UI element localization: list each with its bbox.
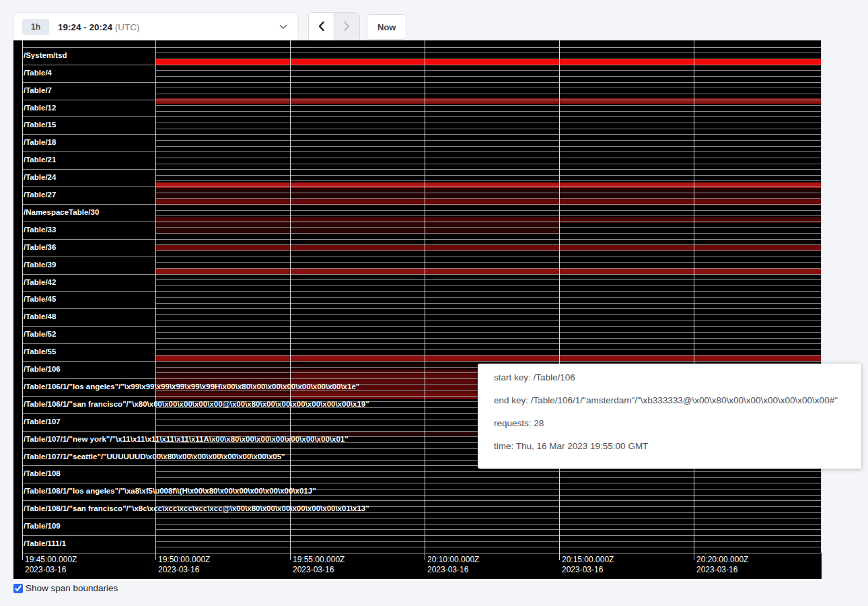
row-label: /NamespaceTable/30 bbox=[24, 206, 99, 218]
span-boundary-line bbox=[155, 215, 821, 216]
x-tick-time: 19:50:00.000Z bbox=[158, 555, 210, 564]
row-label: /Table/107/1/"new york"/"\x11\x11\x11\x1… bbox=[24, 433, 349, 445]
row-label: /System/tsd bbox=[24, 49, 67, 61]
now-button[interactable]: Now bbox=[367, 14, 406, 40]
prev-time-button[interactable] bbox=[309, 13, 334, 41]
row-label: /Table/39 bbox=[24, 259, 56, 271]
x-tick-date: 2023-03-16 bbox=[696, 565, 737, 574]
show-span-boundaries-label: Show span boundaries bbox=[26, 583, 118, 593]
row-label: /Table/21 bbox=[24, 154, 56, 166]
span-boundary-line bbox=[155, 193, 821, 193]
key-visualizer-page: 1h 19:24 - 20:24 (UTC) Now /System/tsd/T… bbox=[0, 0, 868, 606]
span-boundary-line bbox=[155, 279, 821, 280]
span-boundary-line bbox=[155, 76, 821, 77]
row-label: /Table/36 bbox=[24, 241, 56, 253]
span-boundary-line bbox=[155, 471, 821, 472]
span-boundary-line bbox=[155, 314, 821, 315]
row-label: /Table/106 bbox=[24, 363, 61, 375]
span-boundary-line bbox=[155, 123, 821, 123]
time-range-label: 19:24 - 20:24 (UTC) bbox=[58, 22, 140, 32]
x-tick-date: 2023-03-16 bbox=[293, 565, 334, 574]
span-boundary-line bbox=[155, 250, 821, 251]
show-span-boundaries-checkbox[interactable] bbox=[13, 584, 23, 593]
x-tick-time: 20:20:00.000Z bbox=[696, 555, 748, 564]
time-range-dropdown[interactable]: 1h 19:24 - 20:24 (UTC) bbox=[13, 12, 299, 42]
span-boundary-line bbox=[155, 140, 821, 141]
row-label: /Table/108 bbox=[24, 467, 61, 479]
span-boundary-line bbox=[155, 88, 821, 88]
span-boundary-line bbox=[155, 227, 821, 228]
span-boundary-line bbox=[155, 297, 821, 298]
x-tick-time: 19:55:00.000Z bbox=[293, 555, 345, 564]
time-nav-group bbox=[308, 12, 360, 42]
span-boundary-line bbox=[22, 100, 821, 100]
span-boundary-line bbox=[22, 483, 821, 483]
timezone-label: (UTC) bbox=[115, 22, 140, 32]
time-gridline bbox=[22, 40, 23, 560]
span-boundary-line bbox=[155, 94, 821, 94]
span-boundary-line bbox=[22, 274, 821, 275]
next-time-button[interactable] bbox=[334, 13, 359, 41]
span-boundary-line bbox=[155, 349, 821, 350]
span-boundary-line bbox=[155, 70, 821, 71]
span-boundary-line bbox=[22, 239, 821, 240]
hover-tooltip: start key: /Table/106 end key: /Table/10… bbox=[478, 364, 861, 469]
span-boundary-line bbox=[22, 222, 821, 222]
span-boundary-line bbox=[155, 53, 821, 53]
row-label: /Table/107/1/"seattle"/"UUUUUUD\x00\x80\… bbox=[24, 450, 285, 463]
duration-badge: 1h bbox=[22, 19, 49, 35]
row-label: /Table/108/1/"san francisco"/"\x8c\xcc\x… bbox=[24, 502, 369, 514]
row-label: /Table/108/1/"los angeles"/"\xa8\xf5\u00… bbox=[24, 485, 316, 497]
span-boundary-line bbox=[155, 146, 821, 147]
span-boundary-line bbox=[22, 535, 821, 536]
span-boundary-line bbox=[155, 164, 821, 164]
time-gridline bbox=[425, 40, 425, 560]
x-tick-date: 2023-03-16 bbox=[562, 565, 603, 574]
span-boundary-line bbox=[22, 82, 821, 83]
span-boundary-line bbox=[155, 547, 821, 547]
span-boundary-line bbox=[155, 105, 821, 106]
span-boundary-line bbox=[155, 529, 821, 530]
row-label: /Table/27 bbox=[24, 189, 56, 201]
span-boundary-line bbox=[22, 134, 821, 135]
time-gridline bbox=[155, 40, 156, 560]
span-boundary-line bbox=[155, 233, 821, 234]
span-boundary-line bbox=[22, 187, 821, 187]
span-boundary-line bbox=[155, 541, 821, 542]
row-label: /Table/55 bbox=[24, 345, 56, 358]
row-label: /Table/33 bbox=[24, 224, 56, 236]
row-label: /Table/45 bbox=[24, 293, 56, 305]
span-boundary-line bbox=[155, 210, 821, 211]
span-boundary-line bbox=[22, 291, 821, 292]
heat-band bbox=[155, 59, 821, 64]
row-label: /Table/24 bbox=[24, 171, 56, 183]
span-boundary-line bbox=[155, 158, 821, 158]
row-label: /Table/4 bbox=[24, 67, 52, 79]
row-label: /Table/48 bbox=[24, 310, 56, 323]
span-boundary-line bbox=[22, 308, 821, 309]
time-gridline bbox=[694, 40, 694, 560]
time-gridline bbox=[290, 40, 291, 560]
row-label: /Table/42 bbox=[24, 276, 56, 288]
span-boundary-line bbox=[155, 268, 821, 269]
x-tick-time: 20:10:00.000Z bbox=[427, 555, 479, 564]
chevron-down-icon bbox=[279, 24, 287, 30]
span-boundary-line bbox=[22, 169, 821, 170]
span-boundary-line bbox=[155, 59, 821, 59]
x-tick-date: 2023-03-16 bbox=[158, 565, 199, 574]
span-boundary-line bbox=[22, 152, 821, 152]
tooltip-start-key: start key: /Table/106 bbox=[494, 366, 845, 389]
span-boundary-line bbox=[22, 116, 821, 117]
span-boundary-line bbox=[22, 204, 821, 205]
span-boundary-line bbox=[155, 321, 821, 321]
key-visualizer-canvas[interactable]: /System/tsd/Table/4/Table/7/Table/12/Tab… bbox=[13, 40, 822, 579]
tooltip-time: time: Thu, 16 Mar 2023 19:55:00 GMT bbox=[494, 435, 845, 458]
tooltip-requests: requests: 28 bbox=[494, 412, 845, 435]
x-tick-time: 20:15:00.000Z bbox=[562, 555, 614, 564]
span-boundary-line bbox=[155, 198, 821, 199]
span-boundary-line bbox=[22, 343, 821, 344]
footer: Show span boundaries bbox=[13, 583, 118, 593]
span-boundary-line bbox=[22, 47, 821, 48]
span-boundary-line bbox=[155, 338, 821, 339]
heat-band bbox=[155, 268, 821, 274]
